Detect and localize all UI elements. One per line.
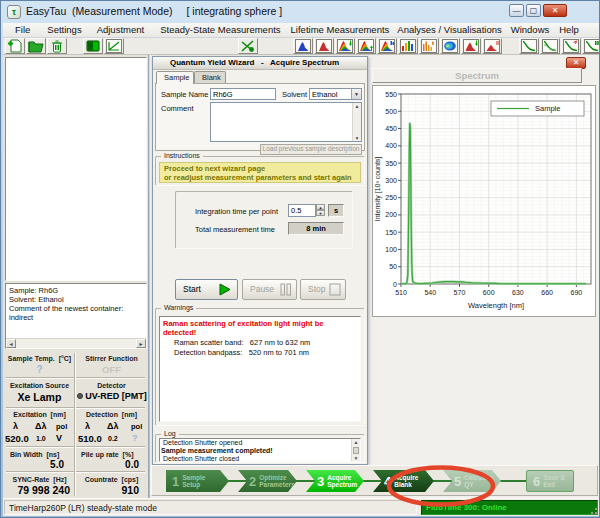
open-file-button[interactable] [26, 38, 46, 54]
svg-text:0: 0 [393, 281, 397, 288]
pause-button[interactable]: Pause [242, 279, 297, 300]
step-number: 1 [172, 474, 179, 489]
window-context: [ integrating sphere ] [186, 5, 282, 17]
menu-help[interactable]: Help [557, 23, 581, 36]
svg-text:570: 570 [454, 289, 466, 296]
svg-text:t: t [432, 40, 434, 46]
log-line: Detection Shutter closed [160, 455, 360, 463]
menu-windows[interactable]: Windows [509, 23, 552, 36]
tab-blank[interactable]: Blank [194, 71, 226, 83]
integration-time-stepper[interactable]: ▲▼ [316, 204, 325, 216]
comment-textarea[interactable]: ▲▼ [210, 102, 362, 142]
delete-measurement-button[interactable] [47, 38, 67, 54]
scroll-right-icon[interactable]: ▸ [136, 339, 146, 348]
step-number: 2 [249, 474, 256, 489]
detection-header: Detection [nm] [77, 411, 146, 418]
minimize-button[interactable]: — [509, 4, 524, 17]
step-1-sample-setup[interactable]: 1SampleSetup [166, 470, 229, 492]
close-button[interactable]: ✕ [543, 4, 567, 17]
chart-emission-scan-button[interactable] [356, 38, 376, 54]
detector-value: UV-RED [PMT] [75, 391, 149, 401]
chart-trace-bars-button[interactable] [398, 38, 418, 54]
integration-time-input[interactable]: 0.5 [288, 204, 316, 217]
countrate-value: 910 [77, 484, 139, 496]
sample-temp-value: ? [6, 364, 73, 375]
detector-status-icon [77, 393, 83, 399]
warning-line: Detection bandpass: 520 nm to 701 nm [160, 347, 360, 357]
chart-timetrace-button[interactable]: t [419, 38, 439, 54]
wizard-title[interactable]: Quantum Yield Wizard - Acquire Spectrum [153, 57, 367, 70]
chart-polarization-button[interactable] [482, 38, 502, 54]
decay-fit-button[interactable] [561, 38, 581, 54]
pause-icon [280, 283, 292, 296]
horizontal-scrollbar[interactable]: ◂ ▸ [6, 338, 146, 348]
chart-excitation-scan-button[interactable] [335, 38, 355, 54]
maximize-button[interactable]: ▢ [526, 4, 541, 17]
decay-export-button[interactable] [582, 38, 600, 54]
preview-window-button[interactable] [104, 38, 124, 54]
bin-width-value: 5.0 [6, 459, 64, 470]
window-title: EasyTau (Measurement Mode)[ integrating … [26, 5, 282, 17]
play-icon [218, 283, 232, 296]
load-previous-description-button[interactable]: Load previous sample description [260, 144, 362, 155]
scroll-down-icon: ▼ [352, 455, 360, 461]
annotation-red-ellipse [385, 465, 497, 509]
toolbar-group [519, 38, 600, 54]
svg-text:250: 250 [385, 194, 397, 201]
col-delta-lambda: Δλ [35, 421, 46, 431]
chart-emission-red-icon [315, 39, 333, 53]
chevron-down-icon[interactable]: ▼ [351, 89, 361, 99]
spectrum-window-title[interactable]: Spectrum [372, 68, 582, 83]
step-number: 3 [317, 474, 324, 489]
step-6-save-exit[interactable]: 6Save &Exit [526, 470, 574, 492]
sample-info-box[interactable]: Sample: Rh6G Solvent: Ethanol Comment of… [5, 283, 147, 349]
menu-steady-state-measurements[interactable]: Steady-State Measurements [158, 23, 282, 36]
adjustment-tools-button[interactable] [238, 38, 258, 54]
chart-emission-red-button[interactable] [314, 38, 334, 54]
excitation-source-value: Xe Lamp [6, 391, 73, 403]
new-document-button[interactable] [5, 38, 25, 54]
chart-emission-blue-button[interactable] [293, 38, 313, 54]
measurement-list[interactable] [5, 57, 147, 281]
title-bar[interactable]: τ EasyTau (Measurement Mode)[ integratin… [1, 1, 600, 23]
svg-text:550: 550 [385, 91, 397, 98]
chart-trace-bars-blue-button[interactable] [377, 38, 397, 54]
tab-sample[interactable]: Sample [156, 71, 194, 84]
chart-trace-bars-blue-icon [378, 39, 396, 53]
excitation-pol: V [56, 433, 62, 443]
start-button[interactable]: Start [175, 279, 238, 300]
menu-analyses-visualisations[interactable]: Analyses / Visualisations [395, 23, 503, 36]
stop-button[interactable]: Stop [300, 279, 346, 300]
svg-text:500: 500 [385, 108, 397, 115]
warning-line: Raman scatter band: 627 nm to 632 nm [160, 337, 360, 347]
hardware-mode-status: TimeHarp260P (LR) steady-state mode [4, 500, 417, 515]
mdi-area: Quantum Yield Wizard - Acquire Spectrum … [150, 55, 599, 498]
menu-file[interactable]: File [13, 23, 32, 36]
toolbar-group [83, 38, 124, 54]
chart-contour-plot-button[interactable] [440, 38, 460, 54]
menu-lifetime-measurements[interactable]: Lifetime Measurements [289, 23, 392, 36]
excitation-header: Excitation [nm] [6, 411, 73, 418]
scroll-up-icon: ▲ [352, 439, 360, 445]
spectrum-chart[interactable]: 5105405706006306606900501001502002503003… [372, 85, 596, 317]
scroll-down-icon[interactable]: ▼ [353, 135, 361, 141]
app-icon: τ [7, 5, 21, 19]
decay-log-button[interactable] [540, 38, 560, 54]
resize-grip[interactable] [589, 506, 598, 515]
scroll-up-icon[interactable]: ▲ [353, 103, 361, 109]
log-scrollbar[interactable]: ▲▼ [351, 439, 360, 461]
svg-text:400: 400 [385, 142, 397, 149]
scrollbar-thumb[interactable] [353, 447, 359, 454]
adjustment-tools-icon [239, 39, 257, 53]
sample-name-input[interactable] [210, 88, 276, 100]
scroll-left-icon[interactable]: ◂ [6, 339, 16, 348]
solvent-select[interactable]: Ethanol▼ [309, 88, 362, 100]
menu-adjustment[interactable]: Adjustment [95, 23, 147, 36]
hardware-connect-button[interactable] [83, 38, 103, 54]
menu-settings[interactable]: Settings [45, 23, 83, 36]
warnings-box: Raman scattering of excitation light mig… [159, 316, 361, 422]
decay-lin-button[interactable] [519, 38, 539, 54]
comment-scrollbar[interactable]: ▲▼ [352, 103, 361, 141]
chart-anisotropy-button[interactable] [461, 38, 481, 54]
acquisition-params-group [175, 191, 353, 249]
